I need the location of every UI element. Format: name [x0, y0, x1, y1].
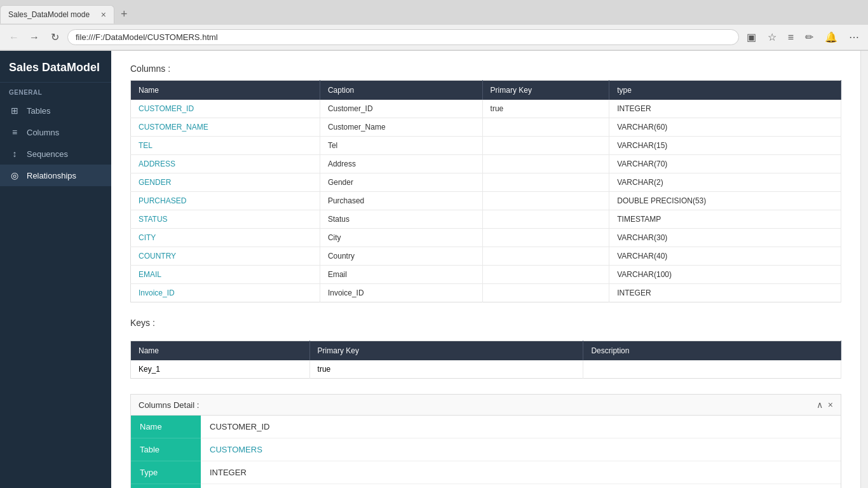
cell-name: EMAIL	[131, 266, 320, 284]
columns-icon: ≡	[9, 127, 20, 137]
table-row[interactable]: GENDER Gender VARCHAR(2)	[131, 173, 841, 192]
cell-caption: Customer_ID	[320, 100, 482, 118]
cell-name: GENDER	[131, 173, 320, 192]
cell-pk	[482, 173, 609, 192]
detail-value: INTEGER	[201, 461, 841, 484]
address-bar[interactable]: file:///F:/DataModel/CUSTOMERS.html	[67, 29, 739, 45]
table-row[interactable]: PURCHASED Purchased DOUBLE PRECISION(53)	[131, 192, 841, 210]
sidebar: Sales DataModel GENERAL ⊞ Tables ≡ Colum…	[0, 51, 111, 488]
col-header-name: Name	[131, 81, 320, 100]
tab-close-button[interactable]: ×	[101, 10, 106, 20]
cell-pk	[482, 118, 609, 137]
active-tab[interactable]: Sales_DataModel mode ×	[0, 5, 114, 24]
cell-caption: Invoice_ID	[320, 284, 482, 302]
cell-type: VARCHAR(100)	[609, 266, 841, 284]
back-button[interactable]: ←	[6, 30, 22, 45]
cell-caption: Customer_Name	[320, 118, 482, 137]
sidebar-item-columns[interactable]: ≡ Columns	[0, 121, 111, 143]
cell-type: VARCHAR(15)	[609, 137, 841, 155]
scrollbar[interactable]	[860, 51, 868, 488]
cell-name: CUSTOMER_ID	[131, 100, 320, 118]
browser-chrome: Sales_DataModel mode × + ← → ↻ file:///F…	[0, 0, 868, 51]
columns-detail-panel: Columns Detail : ∧ × NameTableTypeDomain…	[130, 394, 841, 488]
sidebar-item-relationships[interactable]: ◎ Relationships	[0, 165, 111, 186]
more-button[interactable]: ⋯	[846, 29, 862, 46]
cell-caption: Gender	[320, 173, 482, 192]
app-layout: Sales DataModel GENERAL ⊞ Tables ≡ Colum…	[0, 51, 868, 488]
table-row[interactable]: COUNTRY Country VARCHAR(40)	[131, 247, 841, 266]
cell-pk	[482, 247, 609, 266]
tables-icon: ⊞	[9, 105, 20, 116]
table-row[interactable]: CITY City VARCHAR(30)	[131, 229, 841, 247]
table-row[interactable]: CUSTOMER_NAME Customer_Name VARCHAR(60)	[131, 118, 841, 137]
keys-section-heading: Keys :	[130, 318, 841, 328]
cell-type: INTEGER	[609, 284, 841, 302]
collapse-button[interactable]: ∧	[817, 400, 823, 410]
detail-label: Type	[131, 461, 201, 484]
cell-type: INTEGER	[609, 100, 841, 118]
cell-name: ADDRESS	[131, 155, 320, 173]
col-header-type: type	[609, 81, 841, 100]
cell-type: DOUBLE PRECISION(53)	[609, 192, 841, 210]
table-row[interactable]: TEL Tel VARCHAR(15)	[131, 137, 841, 155]
relationships-icon: ◎	[9, 170, 20, 180]
table-row[interactable]: Key_1 true	[131, 360, 841, 379]
cell-name: COUNTRY	[131, 247, 320, 266]
menu-button[interactable]: ≡	[785, 29, 796, 46]
cell-type: VARCHAR(40)	[609, 247, 841, 266]
columns-table: Name Caption Primary Key type CUSTOMER_I…	[130, 80, 841, 302]
new-tab-button[interactable]: +	[114, 4, 134, 25]
detail-labels-column: NameTableTypeDomain	[131, 416, 201, 488]
tab-bar: Sales_DataModel mode × +	[0, 0, 868, 25]
extensions-button[interactable]: ✏	[803, 29, 816, 46]
cell-type: VARCHAR(30)	[609, 229, 841, 247]
cell-key-pk: true	[309, 360, 583, 379]
col-header-primary-key: Primary Key	[482, 81, 609, 100]
sidebar-item-tables[interactable]: ⊞ Tables	[0, 100, 111, 121]
cell-key-name: Key_1	[131, 360, 310, 379]
cell-pk	[482, 284, 609, 302]
table-row[interactable]: EMAIL Email VARCHAR(100)	[131, 266, 841, 284]
bookmark-button[interactable]: ☆	[765, 29, 779, 46]
sidebar-item-label-relationships: Relationships	[27, 171, 76, 180]
table-row[interactable]: ADDRESS Address VARCHAR(70)	[131, 155, 841, 173]
columns-detail-controls: ∧ ×	[817, 400, 833, 410]
sidebar-item-sequences[interactable]: ↕ Sequences	[0, 143, 111, 165]
columns-section-heading: Columns :	[130, 64, 841, 74]
table-row[interactable]: CUSTOMER_ID Customer_ID true INTEGER	[131, 100, 841, 118]
detail-label: Name	[131, 416, 201, 438]
table-row[interactable]: Invoice_ID Invoice_ID INTEGER	[131, 284, 841, 302]
sidebar-item-label-sequences: Sequences	[27, 149, 68, 159]
cell-pk	[482, 210, 609, 229]
cell-key-desc	[583, 360, 841, 379]
cell-pk	[482, 229, 609, 247]
sidebar-item-label-columns: Columns	[27, 128, 59, 137]
close-detail-button[interactable]: ×	[828, 400, 833, 410]
cell-name: CITY	[131, 229, 320, 247]
columns-table-header-row: Name Caption Primary Key type	[131, 81, 841, 100]
keys-col-header-pk: Primary Key	[309, 341, 583, 361]
keys-table: Name Primary Key Description Key_1 true	[130, 341, 841, 379]
notifications-button[interactable]: 🔔	[822, 29, 840, 46]
cell-caption: Address	[320, 155, 482, 173]
table-row[interactable]: STATUS Status TIMESTAMP	[131, 210, 841, 229]
detail-label: Domain	[131, 484, 201, 488]
detail-values-column: CUSTOMER_IDCUSTOMERSINTEGER	[201, 416, 841, 488]
cell-name: STATUS	[131, 210, 320, 229]
cell-pk	[482, 155, 609, 173]
cell-type: VARCHAR(2)	[609, 173, 841, 192]
reader-view-button[interactable]: ▣	[744, 29, 759, 46]
keys-col-header-name: Name	[131, 341, 310, 361]
cell-caption: Tel	[320, 137, 482, 155]
reload-button[interactable]: ↻	[47, 30, 62, 45]
tab-title: Sales_DataModel mode	[8, 10, 96, 19]
sequences-icon: ↕	[9, 149, 20, 159]
cell-caption: Purchased	[320, 192, 482, 210]
cell-pk	[482, 266, 609, 284]
sidebar-item-label-tables: Tables	[27, 106, 51, 116]
columns-detail-title: Columns Detail :	[139, 400, 199, 410]
cell-name: CUSTOMER_NAME	[131, 118, 320, 137]
cell-type: VARCHAR(60)	[609, 118, 841, 137]
keys-table-header-row: Name Primary Key Description	[131, 341, 841, 361]
forward-button[interactable]: →	[27, 30, 42, 45]
